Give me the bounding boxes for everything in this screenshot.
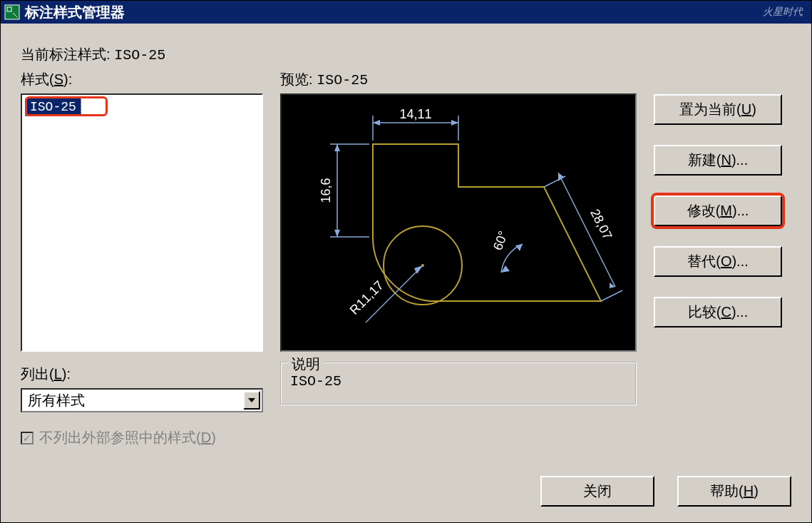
app-icon (4, 4, 21, 21)
preview-label: 预览: ISO-25 (280, 70, 637, 89)
preview-pane: 14,11 16,6 R11,17 (280, 93, 637, 352)
svg-marker-10 (451, 120, 458, 126)
current-style-prefix: 当前标注样式: (21, 46, 114, 62)
svg-marker-3 (248, 398, 255, 402)
chevron-down-icon[interactable] (243, 391, 260, 410)
watermark: 火星时代 (763, 6, 803, 19)
new-button[interactable]: 新建(N)... (654, 145, 782, 176)
set-current-button[interactable]: 置为当前(U) (654, 94, 782, 125)
preview-prefix: 预览: (280, 71, 317, 87)
svg-marker-14 (334, 144, 340, 151)
close-button[interactable]: 关闭 (540, 476, 654, 507)
titlebar: 标注样式管理器 火星时代 (1, 1, 811, 24)
window-title: 标注样式管理器 (25, 3, 763, 22)
modify-button[interactable]: 修改(M)... (654, 196, 782, 226)
help-button[interactable]: 帮助(H) (677, 476, 791, 507)
description-group: 说明 ISO-25 (280, 362, 637, 405)
svg-line-20 (601, 290, 622, 301)
checkbox-row: ✓ 不列出外部参照中的样式(D) (21, 428, 263, 447)
dim-angle: 60° (490, 229, 510, 252)
description-text: ISO-25 (290, 373, 627, 390)
dim-radius: R11,17 (347, 278, 386, 318)
current-style-value: ISO-25 (114, 47, 165, 64)
dim-left: 16,6 (319, 178, 333, 203)
compare-button[interactable]: 比较(C)... (654, 297, 782, 327)
styles-label: 样式(S): (21, 70, 263, 89)
current-style-label: 当前标注样式: ISO-25 (21, 45, 791, 64)
svg-marker-9 (373, 120, 380, 126)
svg-marker-15 (334, 230, 340, 237)
list-filter-label: 列出(L): (21, 365, 263, 384)
styles-listbox[interactable]: ISO-25 (21, 93, 263, 352)
dim-diag: 28,07 (587, 207, 615, 242)
override-button[interactable]: 替代(O)... (654, 246, 782, 277)
checkbox-label: 不列出外部参照中的样式(D) (39, 428, 216, 447)
description-legend: 说明 (289, 355, 323, 374)
dim-top: 14,11 (399, 107, 431, 121)
list-item[interactable]: ISO-25 (25, 98, 81, 116)
svg-marker-21 (558, 173, 564, 181)
dropdown-value: 所有样式 (28, 391, 243, 410)
external-ref-checkbox: ✓ (21, 432, 34, 445)
list-filter-dropdown[interactable]: 所有样式 (21, 388, 263, 412)
preview-value: ISO-25 (317, 72, 368, 88)
